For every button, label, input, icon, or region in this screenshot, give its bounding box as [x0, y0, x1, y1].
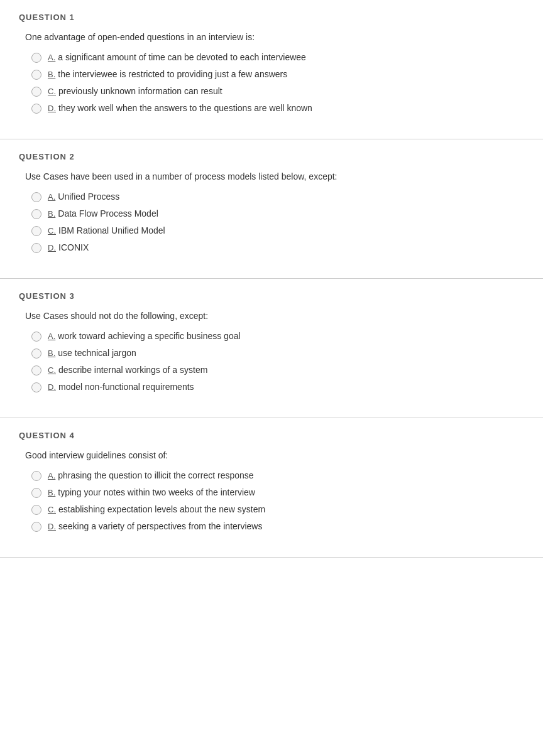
- question-header-1: QUESTION 1: [19, 13, 524, 22]
- radio-icon-4-3[interactable]: [31, 505, 41, 515]
- option-text-3-3: describe internal workings of a system: [58, 365, 207, 375]
- option-letter-4-1: A.: [48, 471, 55, 480]
- option-letter-1-2: B.: [48, 70, 55, 79]
- option-text-2-1: Unified Process: [58, 192, 119, 202]
- radio-icon-1-3[interactable]: [31, 87, 41, 97]
- option-item-3-2[interactable]: B.use technical jargon: [31, 348, 524, 359]
- option-label-3-3: C.describe internal workings of a system: [48, 365, 207, 375]
- option-item-3-1[interactable]: A.work toward achieving a specific busin…: [31, 331, 524, 342]
- radio-icon-3-1[interactable]: [31, 332, 41, 342]
- option-item-1-1[interactable]: A.a significant amount of time can be de…: [31, 52, 524, 63]
- question-4: QUESTION 4Good interview guidelines cons…: [0, 418, 543, 558]
- radio-icon-3-3[interactable]: [31, 365, 41, 375]
- option-text-2-4: ICONIX: [58, 242, 89, 252]
- question-header-3: QUESTION 3: [19, 291, 524, 301]
- option-text-1-4: they work well when the answers to the q…: [58, 103, 312, 113]
- option-label-1-1: A.a significant amount of time can be de…: [48, 52, 306, 62]
- radio-icon-1-2[interactable]: [31, 70, 41, 80]
- option-label-3-1: A.work toward achieving a specific busin…: [48, 331, 241, 341]
- radio-icon-2-1[interactable]: [31, 192, 41, 202]
- option-item-4-3[interactable]: C.establishing expectation levels about …: [31, 504, 524, 515]
- radio-icon-4-1[interactable]: [31, 471, 41, 481]
- option-label-2-2: B.Data Flow Process Model: [48, 208, 158, 219]
- option-item-1-2[interactable]: B.the interviewee is restricted to provi…: [31, 69, 524, 80]
- option-text-2-2: Data Flow Process Model: [58, 208, 158, 219]
- option-text-4-2: typing your notes within two weeks of th…: [58, 487, 255, 497]
- question-header-2: QUESTION 2: [19, 152, 524, 161]
- option-label-4-1: A.phrasing the question to illicit the c…: [48, 470, 254, 480]
- question-text-2: Use Cases have been used in a number of …: [19, 171, 524, 181]
- option-label-2-1: A.Unified Process: [48, 192, 119, 202]
- option-label-1-4: D.they work well when the answers to the…: [48, 103, 312, 113]
- option-label-4-2: B.typing your notes within two weeks of …: [48, 487, 255, 497]
- question-header-4: QUESTION 4: [19, 431, 524, 440]
- option-text-1-1: a significant amount of time can be devo…: [58, 52, 306, 62]
- option-text-3-2: use technical jargon: [58, 348, 136, 358]
- option-item-2-4[interactable]: D.ICONIX: [31, 242, 524, 253]
- option-letter-3-3: C.: [48, 365, 56, 375]
- option-letter-1-3: C.: [48, 87, 56, 96]
- option-letter-4-3: C.: [48, 505, 56, 514]
- radio-icon-2-3[interactable]: [31, 226, 41, 236]
- option-text-3-4: model non-functional requirements: [58, 382, 194, 392]
- option-text-3-1: work toward achieving a specific busines…: [58, 331, 240, 341]
- radio-icon-3-4[interactable]: [31, 382, 41, 392]
- options-list-4: A.phrasing the question to illicit the c…: [19, 470, 524, 532]
- option-item-1-3[interactable]: C.previously unknown information can res…: [31, 86, 524, 97]
- option-letter-3-2: B.: [48, 348, 55, 358]
- radio-icon-4-2[interactable]: [31, 488, 41, 498]
- option-item-4-2[interactable]: B.typing your notes within two weeks of …: [31, 487, 524, 498]
- question-2: QUESTION 2Use Cases have been used in a …: [0, 139, 543, 279]
- option-label-3-4: D.model non-functional requirements: [48, 382, 194, 392]
- quiz-container: QUESTION 1One advantage of open-ended qu…: [0, 0, 543, 558]
- option-item-2-2[interactable]: B.Data Flow Process Model: [31, 208, 524, 219]
- option-letter-1-4: D.: [48, 104, 56, 113]
- option-label-4-4: D.seeking a variety of perspectives from…: [48, 521, 262, 531]
- option-item-2-3[interactable]: C.IBM Rational Unified Model: [31, 225, 524, 236]
- option-text-1-2: the interviewee is restricted to providi…: [58, 69, 287, 79]
- radio-icon-2-4[interactable]: [31, 243, 41, 253]
- option-label-4-3: C.establishing expectation levels about …: [48, 504, 265, 514]
- option-label-3-2: B.use technical jargon: [48, 348, 136, 358]
- options-list-3: A.work toward achieving a specific busin…: [19, 331, 524, 392]
- option-item-3-3[interactable]: C.describe internal workings of a system: [31, 365, 524, 375]
- option-letter-2-1: A.: [48, 192, 55, 202]
- option-text-1-3: previously unknown information can resul…: [58, 86, 222, 96]
- option-item-4-4[interactable]: D.seeking a variety of perspectives from…: [31, 521, 524, 532]
- option-letter-2-2: B.: [48, 209, 55, 219]
- options-list-2: A.Unified ProcessB.Data Flow Process Mod…: [19, 192, 524, 253]
- option-label-2-4: D.ICONIX: [48, 242, 89, 252]
- radio-icon-2-2[interactable]: [31, 209, 41, 219]
- question-text-1: One advantage of open-ended questions in…: [19, 32, 524, 42]
- option-text-2-3: IBM Rational Unified Model: [58, 225, 165, 235]
- option-text-4-3: establishing expectation levels about th…: [58, 504, 265, 514]
- option-label-2-3: C.IBM Rational Unified Model: [48, 225, 165, 235]
- radio-icon-1-1[interactable]: [31, 53, 41, 63]
- option-item-1-4[interactable]: D.they work well when the answers to the…: [31, 103, 524, 114]
- radio-icon-3-2[interactable]: [31, 348, 41, 359]
- radio-icon-1-4[interactable]: [31, 104, 41, 114]
- options-list-1: A.a significant amount of time can be de…: [19, 52, 524, 114]
- question-text-4: Good interview guidelines consist of:: [19, 450, 524, 460]
- option-letter-3-4: D.: [48, 382, 56, 392]
- question-3: QUESTION 3Use Cases should not do the fo…: [0, 279, 543, 418]
- question-text-3: Use Cases should not do the following, e…: [19, 311, 524, 321]
- radio-icon-4-4[interactable]: [31, 522, 41, 532]
- option-label-1-3: C.previously unknown information can res…: [48, 86, 222, 96]
- option-text-4-1: phrasing the question to illicit the cor…: [58, 470, 253, 480]
- option-letter-1-1: A.: [48, 53, 55, 62]
- option-item-3-4[interactable]: D.model non-functional requirements: [31, 382, 524, 392]
- option-letter-4-4: D.: [48, 522, 56, 531]
- option-letter-4-2: B.: [48, 488, 55, 497]
- option-item-4-1[interactable]: A.phrasing the question to illicit the c…: [31, 470, 524, 481]
- option-letter-2-4: D.: [48, 243, 56, 252]
- option-text-4-4: seeking a variety of perspectives from t…: [58, 521, 262, 531]
- option-label-1-2: B.the interviewee is restricted to provi…: [48, 69, 287, 79]
- option-item-2-1[interactable]: A.Unified Process: [31, 192, 524, 202]
- option-letter-2-3: C.: [48, 226, 56, 235]
- option-letter-3-1: A.: [48, 332, 55, 341]
- question-1: QUESTION 1One advantage of open-ended qu…: [0, 0, 543, 139]
